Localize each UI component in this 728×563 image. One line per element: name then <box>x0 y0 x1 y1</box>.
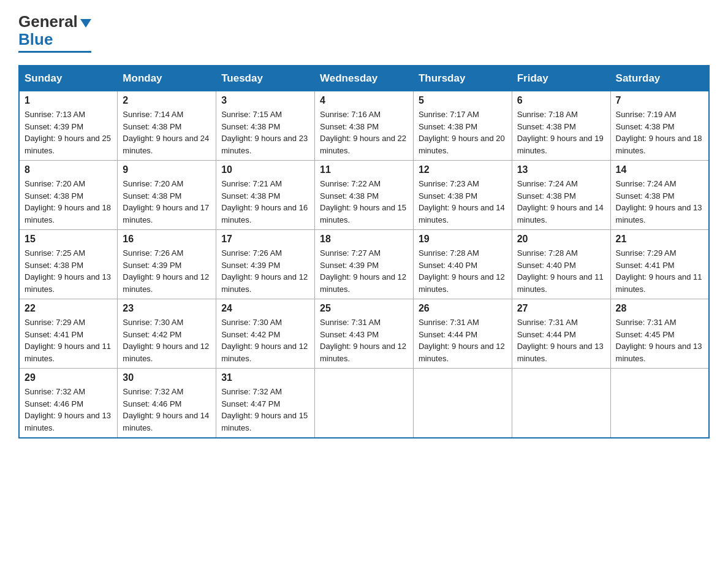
day-number: 25 <box>320 303 408 314</box>
calendar-cell <box>610 369 709 439</box>
day-number: 26 <box>419 303 507 314</box>
day-number: 21 <box>616 234 703 245</box>
day-info: Sunrise: 7:31 AMSunset: 4:45 PMDaylight:… <box>616 316 703 364</box>
weekday-header-wednesday: Wednesday <box>315 66 414 91</box>
day-number: 15 <box>25 234 112 245</box>
day-info: Sunrise: 7:31 AMSunset: 4:44 PMDaylight:… <box>419 316 507 364</box>
calendar-cell: 15 Sunrise: 7:25 AMSunset: 4:38 PMDaylig… <box>19 230 118 299</box>
weekday-header-friday: Friday <box>512 66 610 91</box>
day-number: 31 <box>221 372 309 383</box>
weekday-header-monday: Monday <box>118 66 216 91</box>
day-info: Sunrise: 7:32 AMSunset: 4:46 PMDaylight:… <box>25 386 112 434</box>
weekday-header-saturday: Saturday <box>610 66 709 91</box>
calendar-cell: 6 Sunrise: 7:18 AMSunset: 4:38 PMDayligh… <box>512 91 610 161</box>
day-info: Sunrise: 7:18 AMSunset: 4:38 PMDaylight:… <box>517 109 605 156</box>
day-info: Sunrise: 7:30 AMSunset: 4:42 PMDaylight:… <box>123 316 211 364</box>
calendar-week-3: 15 Sunrise: 7:25 AMSunset: 4:38 PMDaylig… <box>19 230 709 299</box>
calendar-cell: 1 Sunrise: 7:13 AMSunset: 4:39 PMDayligh… <box>19 91 118 161</box>
calendar-cell: 8 Sunrise: 7:20 AMSunset: 4:38 PMDayligh… <box>19 161 118 230</box>
day-info: Sunrise: 7:32 AMSunset: 4:47 PMDaylight:… <box>221 386 309 434</box>
calendar-cell: 10 Sunrise: 7:21 AMSunset: 4:38 PMDaylig… <box>216 161 315 230</box>
weekday-header-sunday: Sunday <box>19 66 118 91</box>
day-info: Sunrise: 7:21 AMSunset: 4:38 PMDaylight:… <box>221 178 309 226</box>
weekday-header-thursday: Thursday <box>413 66 512 91</box>
calendar-cell: 21 Sunrise: 7:29 AMSunset: 4:41 PMDaylig… <box>610 230 709 299</box>
calendar-cell: 11 Sunrise: 7:22 AMSunset: 4:38 PMDaylig… <box>315 161 414 230</box>
day-info: Sunrise: 7:24 AMSunset: 4:38 PMDaylight:… <box>517 178 605 226</box>
calendar-cell: 23 Sunrise: 7:30 AMSunset: 4:42 PMDaylig… <box>118 299 216 369</box>
calendar-cell: 20 Sunrise: 7:28 AMSunset: 4:40 PMDaylig… <box>512 230 610 299</box>
calendar-cell: 29 Sunrise: 7:32 AMSunset: 4:46 PMDaylig… <box>19 369 118 439</box>
calendar-table: SundayMondayTuesdayWednesdayThursdayFrid… <box>18 65 710 439</box>
day-info: Sunrise: 7:20 AMSunset: 4:38 PMDaylight:… <box>25 178 112 226</box>
day-number: 1 <box>25 95 112 106</box>
calendar-cell: 13 Sunrise: 7:24 AMSunset: 4:38 PMDaylig… <box>512 161 610 230</box>
day-info: Sunrise: 7:15 AMSunset: 4:38 PMDaylight:… <box>221 109 309 156</box>
page-header: General Blue <box>18 12 710 53</box>
day-info: Sunrise: 7:28 AMSunset: 4:40 PMDaylight:… <box>419 247 507 295</box>
day-info: Sunrise: 7:29 AMSunset: 4:41 PMDaylight:… <box>616 247 703 295</box>
day-number: 10 <box>221 164 309 175</box>
day-info: Sunrise: 7:29 AMSunset: 4:41 PMDaylight:… <box>25 316 112 364</box>
calendar-cell: 5 Sunrise: 7:17 AMSunset: 4:38 PMDayligh… <box>413 91 512 161</box>
calendar-week-5: 29 Sunrise: 7:32 AMSunset: 4:46 PMDaylig… <box>19 369 709 439</box>
day-info: Sunrise: 7:19 AMSunset: 4:38 PMDaylight:… <box>616 109 703 156</box>
calendar-cell: 22 Sunrise: 7:29 AMSunset: 4:41 PMDaylig… <box>19 299 118 369</box>
calendar-cell: 18 Sunrise: 7:27 AMSunset: 4:39 PMDaylig… <box>315 230 414 299</box>
calendar-cell: 31 Sunrise: 7:32 AMSunset: 4:47 PMDaylig… <box>216 369 315 439</box>
day-info: Sunrise: 7:14 AMSunset: 4:38 PMDaylight:… <box>123 109 211 156</box>
day-info: Sunrise: 7:31 AMSunset: 4:44 PMDaylight:… <box>517 316 605 364</box>
calendar-cell: 25 Sunrise: 7:31 AMSunset: 4:43 PMDaylig… <box>315 299 414 369</box>
calendar-cell: 12 Sunrise: 7:23 AMSunset: 4:38 PMDaylig… <box>413 161 512 230</box>
day-info: Sunrise: 7:25 AMSunset: 4:38 PMDaylight:… <box>25 247 112 295</box>
day-info: Sunrise: 7:32 AMSunset: 4:46 PMDaylight:… <box>123 386 211 434</box>
day-info: Sunrise: 7:27 AMSunset: 4:39 PMDaylight:… <box>320 247 408 295</box>
calendar-cell: 3 Sunrise: 7:15 AMSunset: 4:38 PMDayligh… <box>216 91 315 161</box>
calendar-cell: 24 Sunrise: 7:30 AMSunset: 4:42 PMDaylig… <box>216 299 315 369</box>
calendar-cell: 27 Sunrise: 7:31 AMSunset: 4:44 PMDaylig… <box>512 299 610 369</box>
weekday-header-tuesday: Tuesday <box>216 66 315 91</box>
logo-general: General <box>18 12 78 31</box>
day-number: 12 <box>419 164 507 175</box>
calendar-week-2: 8 Sunrise: 7:20 AMSunset: 4:38 PMDayligh… <box>19 161 709 230</box>
day-info: Sunrise: 7:31 AMSunset: 4:43 PMDaylight:… <box>320 316 408 364</box>
logo-triangle-icon <box>80 19 91 28</box>
day-info: Sunrise: 7:30 AMSunset: 4:42 PMDaylight:… <box>221 316 309 364</box>
day-info: Sunrise: 7:20 AMSunset: 4:38 PMDaylight:… <box>123 178 211 226</box>
day-number: 30 <box>123 372 211 383</box>
day-number: 2 <box>123 95 211 106</box>
day-number: 9 <box>123 164 211 175</box>
day-number: 16 <box>123 234 211 245</box>
weekday-header-row: SundayMondayTuesdayWednesdayThursdayFrid… <box>19 66 709 91</box>
day-info: Sunrise: 7:26 AMSunset: 4:39 PMDaylight:… <box>123 247 211 295</box>
day-number: 17 <box>221 234 309 245</box>
day-info: Sunrise: 7:26 AMSunset: 4:39 PMDaylight:… <box>221 247 309 295</box>
day-number: 8 <box>25 164 112 175</box>
calendar-cell: 7 Sunrise: 7:19 AMSunset: 4:38 PMDayligh… <box>610 91 709 161</box>
day-number: 19 <box>419 234 507 245</box>
logo: General Blue <box>18 12 91 53</box>
day-number: 4 <box>320 95 408 106</box>
day-number: 11 <box>320 164 408 175</box>
calendar-cell <box>512 369 610 439</box>
day-number: 14 <box>616 164 703 175</box>
day-info: Sunrise: 7:22 AMSunset: 4:38 PMDaylight:… <box>320 178 408 226</box>
logo-underline <box>18 51 91 53</box>
day-info: Sunrise: 7:13 AMSunset: 4:39 PMDaylight:… <box>25 109 112 156</box>
day-number: 7 <box>616 95 703 106</box>
day-number: 18 <box>320 234 408 245</box>
calendar-cell: 17 Sunrise: 7:26 AMSunset: 4:39 PMDaylig… <box>216 230 315 299</box>
calendar-cell: 28 Sunrise: 7:31 AMSunset: 4:45 PMDaylig… <box>610 299 709 369</box>
calendar-cell: 26 Sunrise: 7:31 AMSunset: 4:44 PMDaylig… <box>413 299 512 369</box>
calendar-cell: 16 Sunrise: 7:26 AMSunset: 4:39 PMDaylig… <box>118 230 216 299</box>
calendar-cell: 4 Sunrise: 7:16 AMSunset: 4:38 PMDayligh… <box>315 91 414 161</box>
day-number: 20 <box>517 234 605 245</box>
calendar-cell: 14 Sunrise: 7:24 AMSunset: 4:38 PMDaylig… <box>610 161 709 230</box>
calendar-cell: 2 Sunrise: 7:14 AMSunset: 4:38 PMDayligh… <box>118 91 216 161</box>
day-number: 5 <box>419 95 507 106</box>
calendar-cell <box>315 369 414 439</box>
day-number: 29 <box>25 372 112 383</box>
calendar-cell <box>413 369 512 439</box>
day-number: 27 <box>517 303 605 314</box>
day-number: 28 <box>616 303 703 314</box>
